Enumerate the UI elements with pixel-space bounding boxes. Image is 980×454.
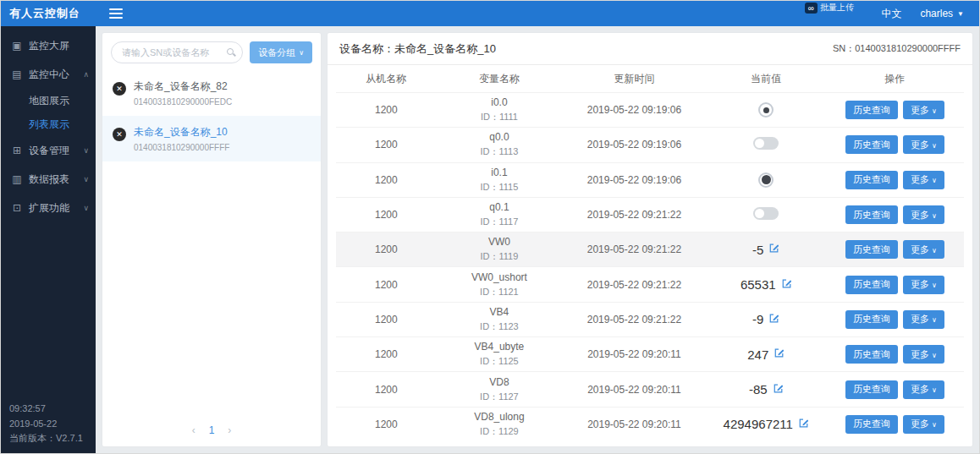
top-header: 有人云控制台 ∞ 批量上传 中文 charles ▼ <box>1 1 979 26</box>
history-query-button[interactable]: 历史查询 <box>845 345 898 364</box>
slave-name-cell: 1200 <box>336 243 437 255</box>
edit-value-icon[interactable] <box>781 278 792 292</box>
more-button[interactable]: 更多∨ <box>903 171 944 189</box>
sidebar-item-device-management[interactable]: ⊞ 设备管理 ∨ <box>1 136 96 165</box>
row-actions: 历史查询更多∨ <box>826 276 964 294</box>
more-button-label: 更多 <box>911 244 929 254</box>
sidebar-item-label: 设备管理 <box>29 144 69 158</box>
page-number[interactable]: 1 <box>209 424 215 436</box>
prev-page-icon[interactable]: ‹ <box>192 424 195 436</box>
more-button-label: 更多 <box>911 418 929 429</box>
more-button[interactable]: 更多∨ <box>903 101 944 119</box>
update-time-cell: 2019-05-22 09:21:22 <box>562 314 707 325</box>
device-list-item[interactable]: ✕未命名_设备名称_100140031810290000FFFF <box>102 116 321 161</box>
chevron-down-icon: ∨ <box>932 386 937 394</box>
chevron-up-icon: ∧ <box>83 70 89 79</box>
toggle-switch[interactable] <box>753 137 779 150</box>
device-group-button[interactable]: 设备分组 ∨ <box>250 41 312 63</box>
more-button[interactable]: 更多∨ <box>903 345 944 364</box>
sidebar-item-map-view[interactable]: 地图展示 <box>1 89 96 112</box>
current-value-cell <box>707 207 826 222</box>
chevron-down-icon: ∨ <box>932 247 937 254</box>
sidebar-item-extensions[interactable]: ⊡ 扩展功能 ∨ <box>1 194 96 222</box>
value-text: 247 <box>747 347 768 362</box>
sidebar-item-label: 数据报表 <box>29 172 69 187</box>
variable-name: VW0 <box>437 236 562 248</box>
more-button[interactable]: 更多∨ <box>903 240 944 259</box>
device-list-panel: 设备分组 ∨ ✕未命名_设备名称_820140031810290000FEDC✕… <box>102 33 321 446</box>
history-query-button[interactable]: 历史查询 <box>845 276 898 294</box>
more-button[interactable]: 更多∨ <box>903 276 944 294</box>
app-window: 有人云控制台 ∞ 批量上传 中文 charles ▼ ▣ 监控大屏 ▤ 监控中心… <box>0 0 980 454</box>
device-info: 未命名_设备名称_820140031810290000FEDC <box>134 79 232 107</box>
sidebar-item-data-report[interactable]: ▥ 数据报表 ∨ <box>1 165 96 194</box>
table-body: 1200i0.0ID：11112019-05-22 09:19:06历史查询更多… <box>336 92 964 441</box>
more-button-label: 更多 <box>911 174 929 184</box>
menu-toggle-icon[interactable] <box>109 8 123 19</box>
variable-id: ID：1127 <box>437 391 562 403</box>
slave-name-cell: 1200 <box>336 384 437 396</box>
sidebar-item-monitor-screen[interactable]: ▣ 监控大屏 <box>1 31 96 60</box>
user-menu[interactable]: charles ▼ <box>920 8 964 19</box>
version-label: 当前版本：V2.7.1 <box>9 431 83 446</box>
sidebar-item-monitor-center[interactable]: ▤ 监控中心 ∧ <box>1 60 96 89</box>
search-input[interactable] <box>111 41 243 63</box>
update-time-cell: 2019-05-22 09:19:06 <box>562 104 707 116</box>
more-button[interactable]: 更多∨ <box>903 310 944 329</box>
column-header: 当前值 <box>707 72 826 86</box>
more-button[interactable]: 更多∨ <box>903 380 944 399</box>
sidebar-item-list-view[interactable]: 列表展示 <box>1 112 96 136</box>
edit-value-icon[interactable] <box>773 383 784 397</box>
history-query-button[interactable]: 历史查询 <box>845 205 898 224</box>
next-page-icon[interactable]: › <box>228 424 231 436</box>
history-query-button[interactable]: 历史查询 <box>845 415 898 434</box>
variable-name: VD8 <box>437 376 562 388</box>
language-switch[interactable]: 中文 <box>881 7 901 21</box>
edit-value-icon[interactable] <box>768 243 779 256</box>
slave-name-cell: 1200 <box>336 209 437 221</box>
bit-indicator[interactable] <box>758 102 774 118</box>
history-query-button[interactable]: 历史查询 <box>845 101 898 119</box>
chevron-down-icon: ∨ <box>83 175 89 183</box>
variable-id: ID：1123 <box>437 320 562 333</box>
row-actions: 历史查询更多∨ <box>826 380 964 399</box>
table-row: 1200VB4_ubyteID：11252019-05-22 09:20:112… <box>336 336 964 371</box>
device-list-item[interactable]: ✕未命名_设备名称_820140031810290000FEDC <box>102 70 321 116</box>
edit-value-icon[interactable] <box>798 418 809 431</box>
variable-cell: q0.0ID：1113 <box>437 131 562 158</box>
variable-id: ID：1117 <box>437 216 562 228</box>
variable-cell: VB4ID：1123 <box>437 306 562 333</box>
device-title: 设备名称：未命名_设备名称_10 <box>339 41 496 57</box>
more-button[interactable]: 更多∨ <box>903 415 944 434</box>
device-sn: 0140031810290000FEDC <box>134 97 232 107</box>
history-query-button[interactable]: 历史查询 <box>845 380 898 399</box>
edit-value-icon[interactable] <box>774 347 785 361</box>
history-query-button[interactable]: 历史查询 <box>845 171 898 189</box>
edit-value-icon[interactable] <box>768 313 779 326</box>
monitor-icon: ▤ <box>11 68 23 80</box>
more-button[interactable]: 更多∨ <box>903 205 944 224</box>
caret-down-icon: ▼ <box>957 10 964 18</box>
table-row: 1200i0.1ID：11152019-05-22 09:19:06历史查询更多… <box>336 162 964 197</box>
variable-id: ID：1119 <box>437 250 562 263</box>
device-name: 未命名_设备名称_82 <box>134 79 232 94</box>
value-text: -5 <box>752 243 763 257</box>
update-time-cell: 2019-05-22 09:21:22 <box>562 279 707 291</box>
variable-cell: VB4_ubyteID：1125 <box>437 341 562 368</box>
pagination: ‹ 1 › <box>102 416 321 446</box>
history-query-button[interactable]: 历史查询 <box>845 240 898 259</box>
more-button[interactable]: 更多∨ <box>903 135 944 154</box>
app-title: 有人云控制台 <box>1 6 96 21</box>
upload-badge[interactable]: ∞ 批量上传 <box>805 2 854 14</box>
history-query-button[interactable]: 历史查询 <box>845 310 898 329</box>
bit-indicator-dot <box>763 107 769 113</box>
table-row: 1200q0.1ID：11172019-05-22 09:21:22历史查询更多… <box>336 197 964 232</box>
toggle-switch[interactable] <box>753 207 779 220</box>
variable-id: ID：1121 <box>437 286 562 298</box>
variables-table: 从机名称变量名称更新时间当前值操作 1200i0.0ID：11112019-05… <box>328 65 972 446</box>
bit-indicator[interactable] <box>758 172 774 188</box>
search-icon[interactable] <box>227 48 234 55</box>
clock-date: 2019-05-22 <box>9 417 83 432</box>
chart-icon: ▥ <box>11 173 23 185</box>
history-query-button[interactable]: 历史查询 <box>845 135 898 154</box>
